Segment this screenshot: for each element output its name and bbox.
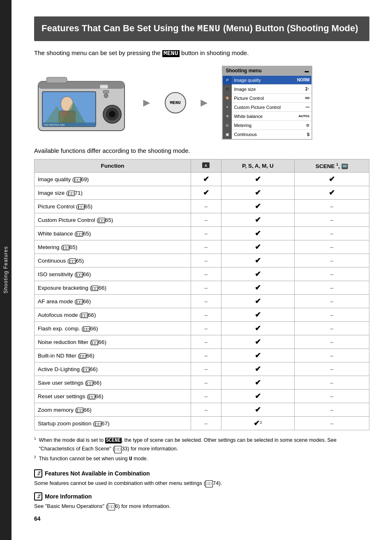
table-cell-auto: ✔ (191, 173, 221, 186)
menu-item-value-size: 2↑ (300, 87, 311, 91)
table-cell-auto: – (191, 349, 221, 362)
col-header-function: Function (35, 159, 191, 173)
menu-word-intro: MENU (162, 50, 180, 57)
table-cell-psamu: ✔ (221, 349, 295, 362)
table-cell-function: Reset user settings (□□66) (35, 390, 191, 403)
menu-item-label-size: Image size (232, 87, 300, 92)
table-cell-scene: – (294, 349, 369, 362)
menu-item-icon-cpc: ✦ (223, 103, 232, 112)
table-cell-psamu: ✔ (221, 254, 295, 268)
table-cell-function: Metering (□□65) (35, 240, 191, 254)
table-cell-auto: – (191, 254, 221, 268)
features-table: Function A P, S, A, M, U SCENE 1, Image … (34, 159, 369, 430)
camera-area: ISO 400 F5.6 1/60 ► MENU ► Shooting menu… (34, 66, 369, 140)
table-cell-scene: – (294, 308, 369, 322)
table-cell-auto: – (191, 200, 221, 213)
menu-item-label-pc: Picture Control (232, 96, 300, 101)
table-cell-scene: – (294, 200, 369, 213)
footnote-2-num: 2 (34, 455, 37, 464)
auto-mode-icon: A (201, 162, 210, 169)
menu-item-image-quality[interactable]: P Image quality NORM (223, 76, 311, 85)
table-cell-auto: – (191, 268, 221, 281)
intro-paragraph: The shooting menu can be set by pressing… (34, 48, 369, 59)
menu-item-metering[interactable]: ⊙ Metering ⊙ (223, 121, 311, 130)
table-cell-scene: – (294, 295, 369, 308)
table-cell-psamu: ✔2 (221, 417, 295, 430)
menu-header-title: Shooting menu (226, 68, 261, 74)
table-cell-psamu: ✔ (221, 362, 295, 376)
table-row: Autofocus mode (□□66)–✔– (35, 308, 369, 322)
table-row: Reset user settings (□□66)–✔– (35, 390, 369, 403)
menu-button[interactable]: MENU (165, 92, 186, 113)
table-cell-function: Zoom memory (□□66) (35, 403, 191, 417)
table-row: Metering (□□65)–✔– (35, 240, 369, 254)
page-title: Features That Can Be Set Using the MENU … (42, 22, 362, 35)
table-cell-scene: – (294, 376, 369, 390)
table-cell-function: Continuous (□□65) (35, 254, 191, 268)
table-cell-auto: – (191, 376, 221, 390)
table-cell-scene: ✔ (294, 186, 369, 200)
menu-items-list: P Image quality NORM ⬛ Image size 2↑ 🎨 P… (222, 75, 312, 139)
note-more-info-title: More Information (45, 493, 92, 500)
menu-item-continuous[interactable]: ▣ Continuous S (223, 130, 311, 139)
table-cell-auto: – (191, 335, 221, 349)
table-cell-scene: ✔ (294, 173, 369, 186)
sidebar: Shooting Features (0, 0, 12, 540)
page-number: 64 (34, 515, 369, 522)
table-cell-scene: – (294, 417, 369, 430)
menu-item-image-size[interactable]: ⬛ Image size 2↑ (223, 85, 311, 94)
menu-item-label-cpc: Custom Picture Control (232, 105, 300, 110)
table-cell-function: Flash exp. comp. (□□66) (35, 322, 191, 335)
table-cell-scene: – (294, 403, 369, 417)
table-cell-auto: – (191, 281, 221, 295)
camera-wrapper: ISO 400 F5.6 1/60 (34, 73, 129, 133)
table-cell-auto: – (191, 240, 221, 254)
table-cell-function: White balance (□□65) (35, 227, 191, 240)
svg-point-10 (109, 111, 115, 118)
menu-item-wb[interactable]: Ψ White balance AUTO1 (223, 112, 311, 121)
avail-functions-text: Available functions differ according to … (34, 147, 369, 154)
table-cell-scene: – (294, 362, 369, 376)
table-cell-scene: – (294, 268, 369, 281)
footnote-2-text: This function cannot be set when using U… (39, 455, 148, 464)
table-cell-scene: – (294, 390, 369, 403)
footnotes: 1 When the mode dial is set to SCENE, th… (34, 436, 369, 464)
menu-item-icon-wb: Ψ (223, 112, 232, 121)
menu-item-value-quality: NORM (295, 78, 312, 82)
table-cell-psamu: ✔ (221, 240, 295, 254)
table-cell-psamu: ✔ (221, 390, 295, 403)
table-cell-scene: – (294, 227, 369, 240)
note-features-combo-header: 𝓘 Features Not Available in Combination (34, 469, 369, 478)
table-cell-auto: – (191, 390, 221, 403)
menu-item-label-quality: Image quality (232, 78, 295, 83)
camera-illustration: ISO 400 F5.6 1/60 (34, 73, 129, 133)
sidebar-label: Shooting Features (3, 246, 9, 293)
menu-item-picture-control[interactable]: 🎨 Picture Control SD (223, 94, 311, 103)
svg-rect-19 (343, 165, 347, 168)
table-cell-scene: – (294, 322, 369, 335)
table-cell-scene: – (294, 281, 369, 295)
footnote-2: 2 This function cannot be set when using… (34, 455, 369, 464)
table-cell-auto: – (191, 362, 221, 376)
table-cell-function: AF area mode (□□66) (35, 295, 191, 308)
note-features-combo-title: Features Not Available in Combination (45, 470, 150, 477)
menu-item-label-metering: Metering (232, 123, 300, 128)
table-cell-psamu: ✔ (221, 227, 295, 240)
note-features-combo: 𝓘 Features Not Available in Combination … (34, 469, 369, 487)
table-row: White balance (□□65)–✔– (35, 227, 369, 240)
svg-rect-11 (100, 85, 108, 89)
table-cell-psamu: ✔ (221, 403, 295, 417)
table-row: Zoom memory (□□66)–✔– (35, 403, 369, 417)
note-icon-1: 𝓘 (34, 469, 42, 478)
table-cell-auto: – (191, 403, 221, 417)
menu-item-custom-pc[interactable]: ✦ Custom Picture Control — (223, 103, 311, 112)
table-row: Custom Picture Control (□□65)–✔– (35, 213, 369, 227)
table-row: Picture Control (□□65)–✔– (35, 200, 369, 213)
footnote-1: 1 When the mode dial is set to SCENE, th… (34, 436, 369, 453)
menu-item-value-wb: AUTO1 (296, 114, 311, 118)
table-cell-auto: – (191, 308, 221, 322)
page: Shooting Features Features That Can Be S… (0, 0, 392, 540)
menu-item-value-pc: SD (300, 96, 311, 100)
table-row: Noise reduction filter (□□66)–✔– (35, 335, 369, 349)
svg-point-12 (104, 94, 108, 98)
